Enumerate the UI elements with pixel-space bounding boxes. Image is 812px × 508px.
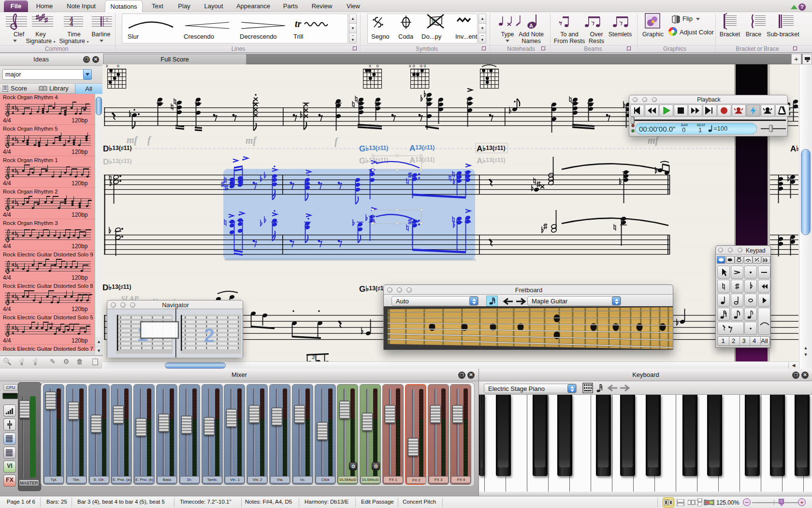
svg-text:o: o: [413, 64, 415, 68]
svg-text:x: x: [369, 64, 371, 68]
svg-text:Crescendo: Crescendo: [184, 33, 214, 40]
svg-text:A♭13: A♭13: [790, 144, 798, 153]
svg-text:4: 4: [12, 205, 14, 209]
svg-text:Inv...ent: Inv...ent: [455, 33, 478, 40]
svg-text:Decrescendo: Decrescendo: [240, 33, 277, 40]
svg-text:x: x: [106, 64, 108, 68]
svg-text:4: 4: [12, 262, 14, 267]
svg-text:4: 4: [12, 199, 14, 204]
svg-text:tr: tr: [295, 18, 302, 29]
svg-text:4: 4: [12, 294, 14, 299]
svg-text:Trill: Trill: [293, 33, 304, 40]
svg-text:4: 4: [12, 268, 14, 272]
svg-text:o: o: [420, 64, 422, 68]
svg-text:4: 4: [12, 105, 14, 110]
svg-text:4: 4: [12, 168, 14, 173]
svg-text:4: 4: [12, 325, 14, 330]
svg-text:Slur: Slur: [128, 33, 139, 40]
svg-text:2: 2: [204, 325, 215, 346]
svg-text:4: 4: [70, 20, 73, 28]
svg-text:4: 4: [12, 330, 14, 335]
svg-text:Do...py: Do...py: [421, 33, 442, 40]
svg-text:o: o: [117, 64, 119, 68]
svg-text:mf: mf: [648, 135, 660, 146]
svg-text:4: 4: [12, 173, 14, 178]
svg-text:4: 4: [12, 142, 14, 147]
svg-text:4: 4: [12, 236, 14, 241]
svg-text:mf: mf: [246, 135, 258, 146]
svg-text:Segno: Segno: [371, 33, 390, 40]
svg-text:4: 4: [12, 136, 14, 141]
svg-text:x: x: [409, 64, 411, 68]
svg-text:mf: mf: [127, 134, 139, 146]
svg-text:4: 4: [12, 299, 14, 304]
svg-text:4: 4: [12, 231, 14, 236]
svg-text:o: o: [423, 64, 426, 68]
svg-text:o: o: [376, 64, 378, 68]
svg-text:4: 4: [12, 110, 14, 115]
svg-text:A: A: [529, 23, 533, 29]
svg-text:Coda: Coda: [398, 33, 414, 40]
